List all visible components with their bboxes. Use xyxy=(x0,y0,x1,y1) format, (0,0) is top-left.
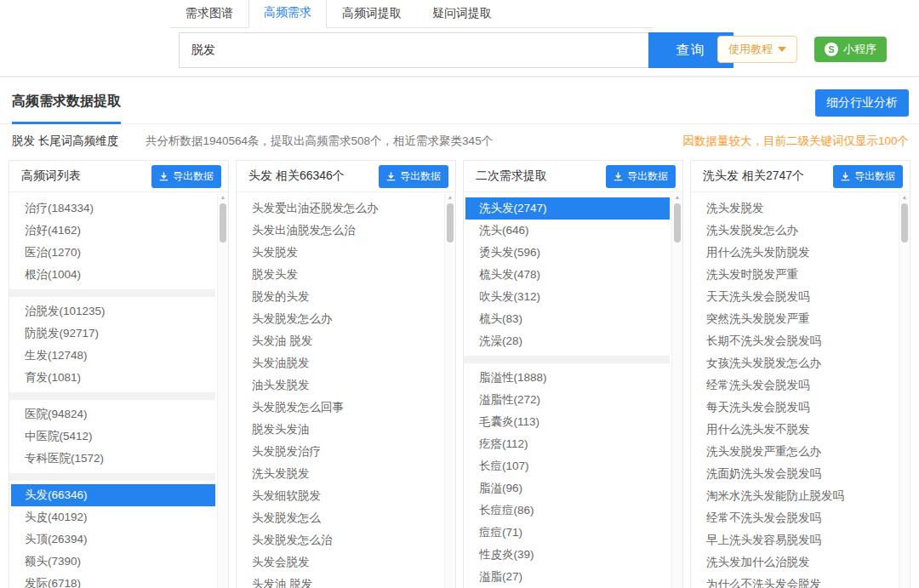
keyword-item[interactable]: 头发脱发怎么 xyxy=(238,507,442,529)
keyword-item[interactable]: 脱发的头发 xyxy=(238,286,442,308)
miniprogram-button[interactable]: S 小程序 xyxy=(814,37,887,62)
keyword-item[interactable]: 早上洗头发容易脱发吗 xyxy=(693,529,897,551)
keyword-item[interactable]: 头发会脱发 xyxy=(238,551,442,574)
export-data-button[interactable]: 导出数据 xyxy=(151,165,221,188)
keyword-item[interactable]: 防脱发(92717) xyxy=(11,323,215,345)
keyword-item[interactable]: 梳头发(478) xyxy=(465,264,670,286)
analysis-keyword: 脱发 长尾词高频维度 xyxy=(12,134,118,147)
tab-high-freq-words[interactable]: 高频词提取 xyxy=(327,0,417,28)
keyword-item[interactable]: 性皮炎(39) xyxy=(465,544,670,566)
keyword-item[interactable]: 洗头发脱发严重怎么办 xyxy=(693,441,897,463)
keyword-item[interactable]: 为什么不洗头发会脱发 xyxy=(693,574,897,588)
keyword-item[interactable]: 专科医院(1572) xyxy=(11,448,215,470)
keyword-item[interactable]: 治疗(184334) xyxy=(11,197,215,220)
group-divider xyxy=(9,289,215,297)
scroll-up-icon[interactable]: ▲ xyxy=(672,193,682,202)
keyword-item[interactable]: 头发油脱发 xyxy=(238,352,442,374)
scrollbar[interactable]: ▲ xyxy=(217,193,228,588)
keyword-item[interactable]: 洗澡(28) xyxy=(465,330,670,352)
export-data-button[interactable]: 导出数据 xyxy=(606,165,676,188)
keyword-item[interactable]: 经常洗头发会脱发吗 xyxy=(693,374,897,397)
keyword-item[interactable]: 脂溢性(1888) xyxy=(465,367,670,389)
keyword-item[interactable]: 治好(4162) xyxy=(11,220,215,242)
panel-related-words: 头发 相关66346个 导出数据 头发爱出油还脱发怎么办头发出油脱发怎么治头发脱… xyxy=(236,160,456,588)
keyword-item[interactable]: 发际(6718) xyxy=(11,573,215,588)
miniprogram-icon: S xyxy=(825,43,838,56)
keyword-item[interactable]: 生发(12748) xyxy=(11,345,215,367)
keyword-item[interactable]: 脂溢(96) xyxy=(465,477,670,500)
keyword-item[interactable]: 医院(94824) xyxy=(11,403,215,425)
chevron-down-icon xyxy=(778,47,786,52)
keyword-item[interactable]: 头发出油脱发怎么治 xyxy=(238,220,442,242)
keyword-item[interactable]: 每天洗头发会脱发吗 xyxy=(693,397,897,419)
keyword-item[interactable]: 溢脂性(272) xyxy=(465,389,670,411)
scrollbar[interactable]: ▲ xyxy=(671,193,682,588)
scrollbar[interactable]: ▲ xyxy=(444,193,455,588)
keyword-item[interactable]: 中医院(5412) xyxy=(11,425,215,448)
keyword-item[interactable]: 洗头(646) xyxy=(465,220,670,242)
keyword-item[interactable]: 洗头发加什么治脱发 xyxy=(693,551,897,574)
industry-analysis-button[interactable]: 细分行业分析 xyxy=(815,89,909,117)
export-data-button[interactable]: 导出数据 xyxy=(379,165,448,188)
keyword-item[interactable]: 长痘痘(86) xyxy=(465,500,670,522)
search-input[interactable] xyxy=(179,32,648,68)
keyword-item[interactable]: 用什么洗头发防脱发 xyxy=(693,242,897,264)
keyword-item[interactable]: 头发细软脱发 xyxy=(238,485,442,507)
scroll-up-icon[interactable]: ▲ xyxy=(218,193,228,202)
keyword-item[interactable]: 洗头发脱发 xyxy=(238,463,442,485)
keyword-item[interactable]: 溢脂(27) xyxy=(465,566,670,588)
tutorial-button[interactable]: 使用教程 xyxy=(717,36,797,63)
keyword-item[interactable]: 头皮(40192) xyxy=(11,506,215,528)
keyword-item[interactable]: 天天洗头发会脱发吗 xyxy=(693,286,897,308)
keyword-item[interactable]: 根治(1004) xyxy=(11,264,215,286)
scroll-up-icon[interactable]: ▲ xyxy=(899,193,910,202)
keyword-item[interactable]: 洗头发(2747) xyxy=(465,197,670,220)
keyword-item[interactable]: 油头发脱发 xyxy=(238,374,442,397)
keyword-item[interactable]: 额头(7390) xyxy=(11,551,215,573)
keyword-item[interactable]: 医治(1270) xyxy=(11,242,215,264)
keyword-item[interactable]: 经常不洗头发会脱发吗 xyxy=(693,507,897,529)
keyword-item[interactable]: 头发爱出油还脱发怎么办 xyxy=(238,197,442,220)
tab-question-words[interactable]: 疑问词提取 xyxy=(417,0,507,28)
keyword-item[interactable]: 痘痘(71) xyxy=(465,522,670,544)
panel-title: 二次需求提取 xyxy=(476,168,547,184)
export-label: 导出数据 xyxy=(627,169,668,184)
scrollbar-thumb[interactable] xyxy=(447,203,454,243)
scroll-up-icon[interactable]: ▲ xyxy=(445,193,455,202)
keyword-item[interactable]: 头发脱发怎么治 xyxy=(238,529,442,551)
scrollbar-thumb[interactable] xyxy=(901,203,908,243)
export-data-button[interactable]: 导出数据 xyxy=(833,165,903,188)
keyword-item[interactable]: 头发脱发怎么办 xyxy=(238,308,442,330)
keyword-item[interactable]: 洗头发脱发怎么办 xyxy=(693,220,897,242)
keyword-item[interactable]: 头发脱发治疗 xyxy=(238,441,442,463)
keyword-item[interactable]: 头顶(26394) xyxy=(11,528,215,551)
keyword-item[interactable]: 脱发头发 xyxy=(238,264,442,286)
keyword-item[interactable]: 头发油 脱发 xyxy=(238,574,442,588)
keyword-item[interactable]: 毛囊炎(113) xyxy=(465,411,670,433)
keyword-item[interactable]: 长期不洗头发会脱发吗 xyxy=(693,330,897,352)
keyword-item[interactable]: 梳头(83) xyxy=(465,308,670,330)
keyword-item[interactable]: 淘米水洗头发能防止脱发吗 xyxy=(693,485,897,507)
keyword-item[interactable]: 长痘(107) xyxy=(465,455,670,477)
keyword-item[interactable]: 治脱发(101235) xyxy=(11,300,215,323)
keyword-item[interactable]: 洗头发脱发 xyxy=(693,197,897,220)
keyword-item[interactable]: 脱发头发油 xyxy=(238,419,442,441)
keyword-item[interactable]: 用什么洗头发不脱发 xyxy=(693,419,897,441)
scrollbar-thumb[interactable] xyxy=(674,203,681,243)
keyword-item[interactable]: 烫头发(596) xyxy=(465,242,670,264)
tab-demand-map[interactable]: 需求图谱 xyxy=(170,0,248,28)
keyword-item[interactable]: 洗面奶洗头发会脱发吗 xyxy=(693,463,897,485)
tab-high-freq-demand[interactable]: 高频需求 xyxy=(248,0,327,28)
scrollbar-thumb[interactable] xyxy=(220,203,226,243)
keyword-item[interactable]: 吹头发(312) xyxy=(465,286,670,308)
keyword-item[interactable]: 头发油 脱发 xyxy=(238,330,442,352)
keyword-item[interactable]: 头发脱发怎么回事 xyxy=(238,397,442,419)
keyword-item[interactable]: 女孩洗头发脱发怎么办 xyxy=(693,352,897,374)
keyword-item[interactable]: 疙瘩(112) xyxy=(465,433,670,455)
keyword-item[interactable]: 育发(1081) xyxy=(11,367,215,389)
keyword-item[interactable]: 头发(66346) xyxy=(11,484,215,506)
keyword-item[interactable]: 突然洗头发脱发严重 xyxy=(693,308,897,330)
scrollbar[interactable]: ▲ xyxy=(899,193,910,588)
keyword-item[interactable]: 头发脱发 xyxy=(238,242,442,264)
keyword-item[interactable]: 洗头发时脱发严重 xyxy=(693,264,897,286)
